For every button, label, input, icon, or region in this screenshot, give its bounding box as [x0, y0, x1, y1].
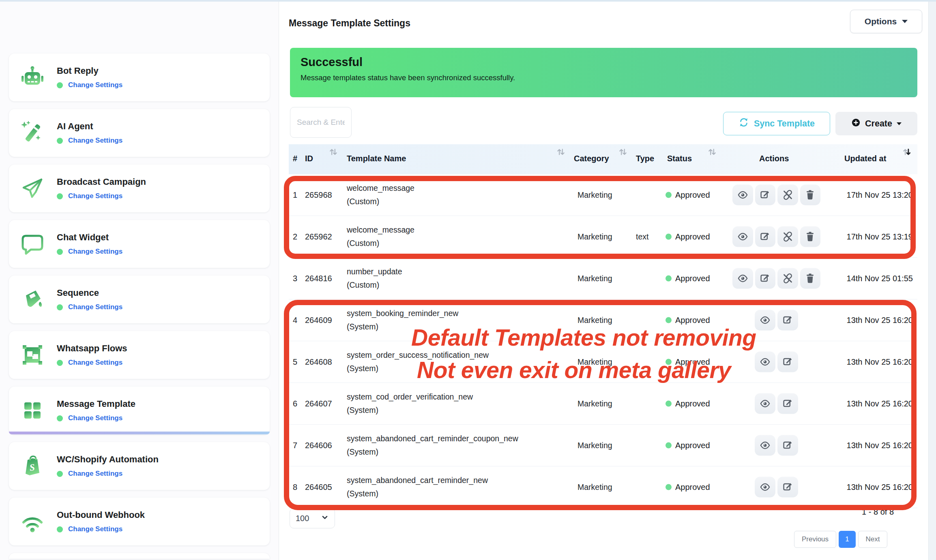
- status-dot: [666, 317, 672, 323]
- change-settings-link[interactable]: Change Settings: [68, 525, 122, 533]
- caret-down-icon: [902, 20, 908, 23]
- updated-at: 13th Nov 25 16:20: [835, 441, 913, 450]
- table-row: 3 264816 number_update (Custom) Marketin…: [289, 258, 917, 299]
- edit-button[interactable]: [777, 435, 798, 456]
- sync-icon: [738, 117, 749, 130]
- edit-button[interactable]: [777, 310, 798, 331]
- row-actions: [732, 393, 820, 414]
- sidebar-card-sequence[interactable]: Sequence Change Settings: [9, 276, 270, 323]
- template-id: 264607: [305, 399, 332, 408]
- page-size-select[interactable]: 100: [290, 508, 335, 528]
- status-badge: Approved: [666, 232, 710, 242]
- delete-button[interactable]: [800, 227, 821, 247]
- template-name: number_update (Custom): [347, 265, 402, 292]
- sidebar-card-out-bound-webhook[interactable]: Out-bound Webhook Change Settings: [9, 498, 270, 545]
- status-badge: Approved: [666, 316, 710, 325]
- edit-button[interactable]: [777, 352, 798, 372]
- page-1-button[interactable]: 1: [839, 531, 856, 548]
- table-row: 2 265962 welcome_message (Custom) Market…: [289, 216, 917, 258]
- edit-icon: [782, 357, 793, 368]
- table-row: 7 264606 system_abandoned_cart_reminder_…: [289, 425, 917, 466]
- view-button[interactable]: [732, 268, 753, 289]
- eye-icon: [737, 231, 748, 242]
- change-settings-link[interactable]: Change Settings: [68, 414, 122, 422]
- change-settings-link[interactable]: Change Settings: [68, 470, 122, 478]
- change-settings-link[interactable]: Change Settings: [68, 137, 122, 145]
- status-dot: [57, 138, 63, 144]
- delete-button[interactable]: [800, 185, 821, 205]
- sort-icon-template-name[interactable]: [556, 147, 565, 156]
- view-button[interactable]: [732, 227, 753, 247]
- edit-button[interactable]: [755, 227, 776, 247]
- eye-icon: [760, 357, 771, 368]
- table-row: 1 265968 welcome_message (Custom) Market…: [289, 174, 917, 216]
- change-settings-link[interactable]: Change Settings: [68, 81, 122, 89]
- sidebar-card-whatsapp-flows[interactable]: Whatsapp Flows Change Settings: [9, 331, 270, 379]
- edit-button[interactable]: [777, 393, 798, 414]
- sidebar-card-wc-shopify-automation[interactable]: S WC/Shopify Automation Change Settings: [9, 442, 270, 490]
- next-page-button[interactable]: Next: [858, 531, 887, 548]
- sidebar-card-title: Whatsapp Flows: [57, 343, 127, 354]
- view-button[interactable]: [755, 435, 775, 456]
- row-actions: [732, 352, 820, 372]
- status-dot: [57, 304, 63, 310]
- view-button[interactable]: [755, 310, 775, 331]
- change-settings-link[interactable]: Change Settings: [68, 303, 122, 311]
- trash-icon: [805, 273, 816, 284]
- eye-icon: [760, 398, 771, 409]
- sort-icon-category[interactable]: [618, 147, 627, 156]
- template-category: Marketing: [577, 190, 612, 200]
- edit-icon: [782, 398, 793, 409]
- paint-bucket-icon: [19, 286, 45, 312]
- column-header-num: #: [293, 154, 297, 163]
- sync-template-button[interactable]: Sync Template: [723, 112, 830, 135]
- robot-icon: [19, 64, 45, 90]
- template-name: system_order_success_notification_new (S…: [347, 348, 489, 375]
- unlink-button[interactable]: [777, 185, 798, 205]
- template-category: Marketing: [577, 483, 612, 492]
- template-category: Marketing: [577, 274, 612, 283]
- view-button[interactable]: [755, 352, 775, 372]
- row-actions: [732, 185, 820, 205]
- row-number: 2: [293, 232, 297, 242]
- sort-icon-updated-desc[interactable]: [902, 147, 911, 156]
- chat-bubble-icon: [19, 231, 45, 257]
- search-input[interactable]: [290, 107, 352, 138]
- options-button[interactable]: Options: [850, 10, 922, 33]
- change-settings-link[interactable]: Change Settings: [68, 248, 122, 256]
- sidebar-card-title: WC/Shopify Automation: [57, 454, 159, 465]
- unlink-button[interactable]: [777, 268, 798, 289]
- create-button[interactable]: Create: [835, 112, 917, 135]
- edit-icon: [760, 273, 771, 284]
- unlink-button[interactable]: [777, 227, 798, 247]
- unlink-icon: [782, 273, 793, 284]
- updated-at: 17th Nov 25 13:19: [835, 232, 913, 242]
- scrollbar-track[interactable]: [928, 2, 936, 560]
- template-id: 264609: [305, 316, 332, 325]
- sort-icon-status[interactable]: [708, 147, 717, 156]
- table-row: 4 264609 system_booking_reminder_new (Sy…: [289, 299, 917, 341]
- sidebar-card-message-template[interactable]: Message Template Change Settings: [9, 387, 270, 434]
- edit-button[interactable]: [755, 185, 776, 205]
- status-dot: [666, 234, 672, 240]
- status-dot: [666, 442, 672, 449]
- delete-button[interactable]: [800, 268, 821, 289]
- sidebar-card-bot-reply[interactable]: Bot Reply Change Settings: [9, 53, 270, 101]
- sort-icon-id[interactable]: [329, 147, 338, 156]
- sidebar-card-broadcast-campaign[interactable]: Broadcast Campaign Change Settings: [9, 165, 270, 212]
- flow-frame-icon: [19, 342, 45, 368]
- template-id: 264606: [305, 441, 332, 450]
- view-button[interactable]: [755, 393, 775, 414]
- sidebar-card-ai-agent[interactable]: AI Agent Change Settings: [9, 109, 270, 157]
- template-id: 264608: [305, 357, 332, 367]
- sidebar-card-chat-widget[interactable]: Chat Widget Change Settings: [9, 220, 270, 268]
- view-button[interactable]: [755, 477, 775, 498]
- edit-button[interactable]: [777, 477, 798, 498]
- change-settings-link[interactable]: Change Settings: [68, 359, 122, 367]
- previous-page-button[interactable]: Previous: [794, 531, 836, 548]
- view-button[interactable]: [732, 185, 753, 205]
- change-settings-link[interactable]: Change Settings: [68, 192, 122, 200]
- template-name: system_abandoned_cart_reminder_new (Syst…: [347, 474, 488, 500]
- edit-button[interactable]: [755, 268, 776, 289]
- success-banner: Successful Message templates status have…: [290, 48, 917, 97]
